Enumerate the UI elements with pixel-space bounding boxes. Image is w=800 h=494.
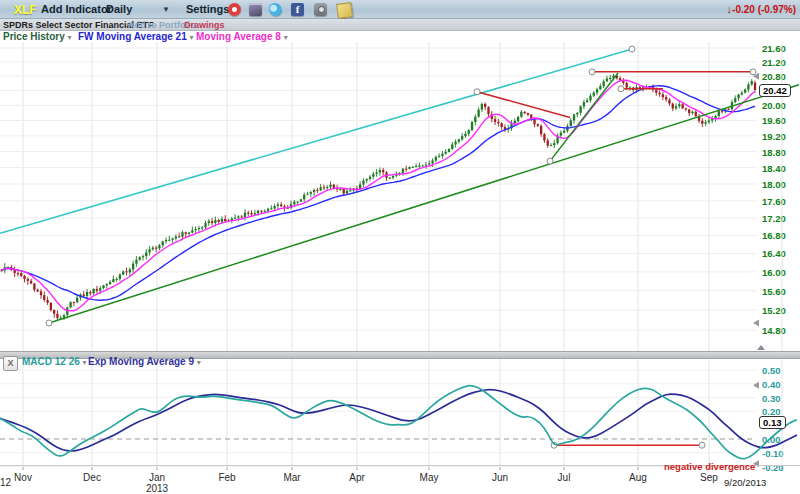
- notes-icon[interactable]: [336, 2, 353, 19]
- chevron-down-icon: ▾: [83, 358, 87, 367]
- fw-ma21-dropdown[interactable]: FW Moving Average 21 ▾: [78, 31, 194, 42]
- chevron-down-icon: ▾: [284, 33, 288, 42]
- chevron-down-icon: ▾: [190, 33, 194, 42]
- year-label-left: 12: [0, 477, 11, 488]
- drawings-link[interactable]: Drawings: [184, 20, 225, 30]
- camera-icon[interactable]: [314, 3, 327, 16]
- macd-last-value-box: 0.13: [759, 416, 786, 429]
- chevron-down-icon: ▾: [67, 33, 71, 42]
- main-toolbar: XLF Add Indicator Daily ▼ Settings f ↓-0…: [0, 0, 800, 19]
- facebook-icon[interactable]: f: [291, 3, 304, 16]
- interval-select[interactable]: Daily: [106, 3, 132, 15]
- macd-dropdown[interactable]: MACD 12 26 ▾: [22, 356, 87, 367]
- last-price-box: 20.42: [759, 84, 791, 97]
- interval-dropdown-arrow-icon[interactable]: ▼: [162, 5, 170, 14]
- scroll-up-arrow-icon[interactable]: [757, 345, 765, 350]
- footer-date: 9/20/2013: [724, 477, 766, 488]
- negative-divergence-annotation: negative divergence: [664, 461, 755, 472]
- add-indicator-button[interactable]: Add Indicator: [41, 3, 112, 15]
- price-history-dropdown[interactable]: Price History ▾: [3, 31, 72, 42]
- price-change-readout: ↓-0.20 (-0.97%): [727, 3, 796, 15]
- chart-canvas[interactable]: [0, 0, 800, 494]
- close-macd-button[interactable]: X: [3, 356, 18, 371]
- symbol-tab[interactable]: XLF: [14, 3, 37, 17]
- symbol-bar: SPDRs Select Sector Financial ETF Add to…: [0, 19, 800, 31]
- twitter-icon[interactable]: [269, 3, 282, 16]
- alarm-icon[interactable]: [228, 3, 241, 16]
- settings-button[interactable]: Settings: [186, 3, 229, 15]
- change-value: -0.20 (-0.97%): [732, 4, 796, 15]
- chevron-down-icon: ▾: [197, 358, 201, 367]
- exp-ma9-dropdown[interactable]: Exp Moving Average 9 ▾: [88, 356, 201, 367]
- ma8-dropdown[interactable]: Moving Average 8 ▾: [196, 31, 288, 42]
- contacts-icon[interactable]: [249, 3, 262, 16]
